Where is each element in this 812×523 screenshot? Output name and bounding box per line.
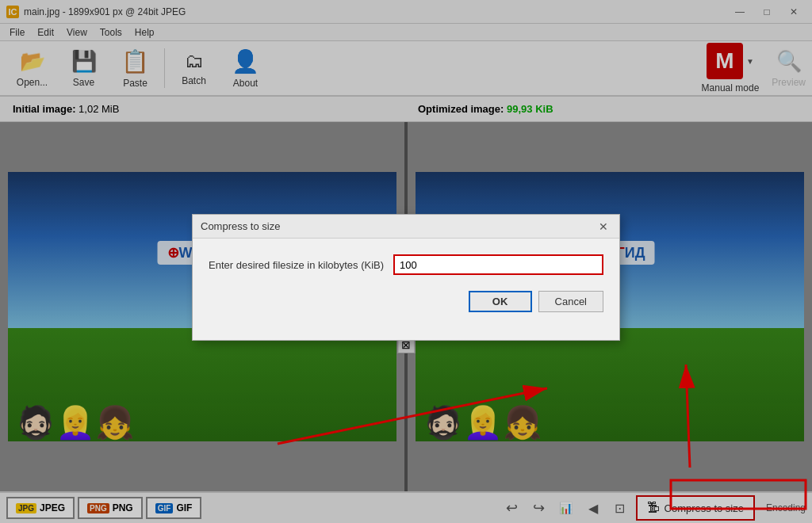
filesize-input[interactable] bbox=[393, 254, 603, 275]
compress-dialog: Compress to size ✕ Enter desired filesiz… bbox=[192, 214, 620, 341]
svg-rect-4 bbox=[671, 480, 806, 509]
dialog-buttons: OK Cancel bbox=[209, 291, 603, 312]
svg-line-2 bbox=[278, 388, 547, 444]
svg-line-3 bbox=[686, 365, 690, 468]
dialog-ok-button[interactable]: OK bbox=[469, 291, 532, 312]
dialog-input-label: Enter desired filesize in kilobytes (KiB… bbox=[209, 259, 384, 271]
dialog-title-bar: Compress to size ✕ bbox=[193, 215, 619, 239]
dialog-title: Compress to size bbox=[201, 220, 280, 232]
dialog-input-row: Enter desired filesize in kilobytes (KiB… bbox=[209, 254, 603, 275]
dialog-body: Enter desired filesize in kilobytes (KiB… bbox=[193, 239, 619, 325]
dialog-cancel-button[interactable]: Cancel bbox=[538, 291, 603, 312]
dialog-overlay: Compress to size ✕ Enter desired filesiz… bbox=[0, 0, 812, 523]
dialog-close-button[interactable]: ✕ bbox=[596, 219, 611, 235]
